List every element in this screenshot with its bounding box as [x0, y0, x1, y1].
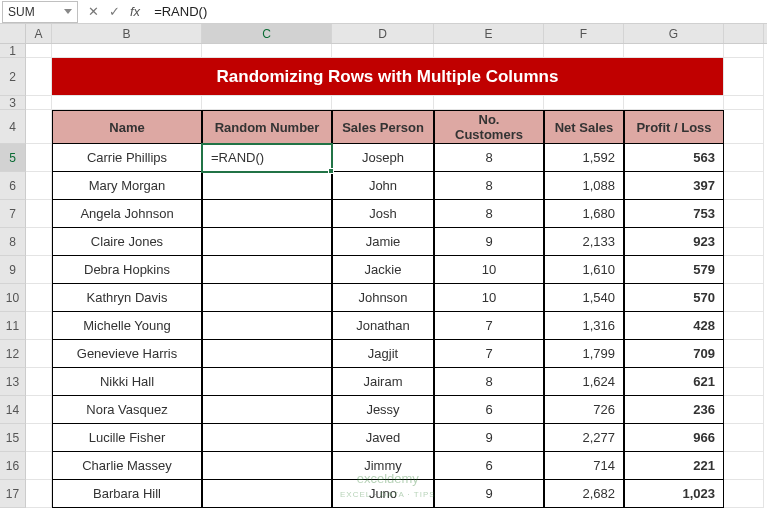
cell-pl[interactable]: 397: [624, 172, 724, 200]
col-header-c[interactable]: C: [202, 24, 332, 43]
cell[interactable]: [26, 58, 52, 96]
cell-rand[interactable]: [202, 256, 332, 284]
cell[interactable]: [26, 228, 52, 256]
cell-sales[interactable]: Jackie: [332, 256, 434, 284]
row-header-10[interactable]: 10: [0, 284, 26, 312]
cell-sales[interactable]: Jessy: [332, 396, 434, 424]
chevron-down-icon[interactable]: [61, 3, 75, 21]
cell[interactable]: [544, 96, 624, 110]
fill-handle[interactable]: [328, 168, 334, 174]
cell-name[interactable]: Angela Johnson: [52, 200, 202, 228]
col-header-e[interactable]: E: [434, 24, 544, 43]
cell-net[interactable]: 1,624: [544, 368, 624, 396]
cell-rand[interactable]: [202, 312, 332, 340]
th-net[interactable]: Net Sales: [544, 110, 624, 144]
row-header-9[interactable]: 9: [0, 256, 26, 284]
cell-net[interactable]: 2,277: [544, 424, 624, 452]
cell-pl[interactable]: 1,023: [624, 480, 724, 508]
cell-rand[interactable]: [202, 284, 332, 312]
cell[interactable]: [26, 110, 52, 144]
cell-cust[interactable]: 7: [434, 340, 544, 368]
cell[interactable]: [434, 96, 544, 110]
cell[interactable]: [724, 424, 764, 452]
cell-pl[interactable]: 428: [624, 312, 724, 340]
cell-pl[interactable]: 570: [624, 284, 724, 312]
cell-cust[interactable]: 10: [434, 256, 544, 284]
title-banner[interactable]: Randomizing Rows with Multiple Columns: [52, 58, 724, 96]
cell[interactable]: [624, 44, 724, 58]
formula-input[interactable]: =RAND(): [150, 4, 767, 19]
row-header-16[interactable]: 16: [0, 452, 26, 480]
cell-name[interactable]: Genevieve Harris: [52, 340, 202, 368]
cell-name[interactable]: Michelle Young: [52, 312, 202, 340]
cell-net[interactable]: 1,592: [544, 144, 624, 172]
cell-net[interactable]: 2,682: [544, 480, 624, 508]
cell[interactable]: [26, 312, 52, 340]
cell[interactable]: [724, 312, 764, 340]
cell-name[interactable]: Barbara Hill: [52, 480, 202, 508]
col-header-a[interactable]: A: [26, 24, 52, 43]
cell-net[interactable]: 1,088: [544, 172, 624, 200]
select-all-corner[interactable]: [0, 24, 26, 43]
cell[interactable]: [724, 200, 764, 228]
cell-sales[interactable]: Joseph: [332, 144, 434, 172]
cell[interactable]: [724, 340, 764, 368]
cell-rand[interactable]: [202, 424, 332, 452]
cell[interactable]: [26, 284, 52, 312]
col-header-b[interactable]: B: [52, 24, 202, 43]
cell-pl[interactable]: 923: [624, 228, 724, 256]
col-header-extra[interactable]: [724, 24, 764, 43]
cell[interactable]: [624, 96, 724, 110]
cell-cust[interactable]: 10: [434, 284, 544, 312]
cell-rand[interactable]: [202, 228, 332, 256]
cell[interactable]: [724, 396, 764, 424]
cell-cust[interactable]: 6: [434, 452, 544, 480]
cell-name[interactable]: Nikki Hall: [52, 368, 202, 396]
cell-cust[interactable]: 9: [434, 480, 544, 508]
cell-rand[interactable]: [202, 340, 332, 368]
row-header-15[interactable]: 15: [0, 424, 26, 452]
cell-sales[interactable]: Josh: [332, 200, 434, 228]
cell[interactable]: [724, 96, 764, 110]
cell[interactable]: [724, 480, 764, 508]
cell-sales[interactable]: Jimmy: [332, 452, 434, 480]
row-header-14[interactable]: 14: [0, 396, 26, 424]
row-header-2[interactable]: 2: [0, 58, 26, 96]
row-header-1[interactable]: 1: [0, 44, 26, 58]
cell[interactable]: [724, 144, 764, 172]
cell-name[interactable]: Charlie Massey: [52, 452, 202, 480]
row-header-3[interactable]: 3: [0, 96, 26, 110]
cell[interactable]: [724, 110, 764, 144]
row-header-8[interactable]: 8: [0, 228, 26, 256]
col-header-g[interactable]: G: [624, 24, 724, 43]
cell[interactable]: [26, 144, 52, 172]
cell[interactable]: [26, 44, 52, 58]
cell-sales[interactable]: John: [332, 172, 434, 200]
cell-rand[interactable]: [202, 200, 332, 228]
cell-net[interactable]: 1,799: [544, 340, 624, 368]
cell-net[interactable]: 1,316: [544, 312, 624, 340]
cell-cust[interactable]: 8: [434, 144, 544, 172]
cell-name[interactable]: Claire Jones: [52, 228, 202, 256]
cell-sales[interactable]: Johnson: [332, 284, 434, 312]
cell[interactable]: [724, 44, 764, 58]
cell-rand[interactable]: [202, 172, 332, 200]
th-name[interactable]: Name: [52, 110, 202, 144]
fx-icon[interactable]: fx: [130, 4, 140, 19]
cell[interactable]: [724, 172, 764, 200]
row-header-13[interactable]: 13: [0, 368, 26, 396]
cell-cust[interactable]: 8: [434, 368, 544, 396]
cancel-icon[interactable]: ✕: [88, 4, 99, 19]
cell[interactable]: [26, 200, 52, 228]
cell[interactable]: [26, 172, 52, 200]
cell[interactable]: [26, 480, 52, 508]
cell[interactable]: [202, 44, 332, 58]
cell[interactable]: [724, 58, 764, 96]
cell[interactable]: [202, 96, 332, 110]
cell[interactable]: [332, 44, 434, 58]
name-box[interactable]: SUM: [2, 1, 78, 23]
cell-sales[interactable]: Jagjit: [332, 340, 434, 368]
cell-net[interactable]: 1,610: [544, 256, 624, 284]
cell-name[interactable]: Carrie Phillips: [52, 144, 202, 172]
cell-sales[interactable]: Javed: [332, 424, 434, 452]
